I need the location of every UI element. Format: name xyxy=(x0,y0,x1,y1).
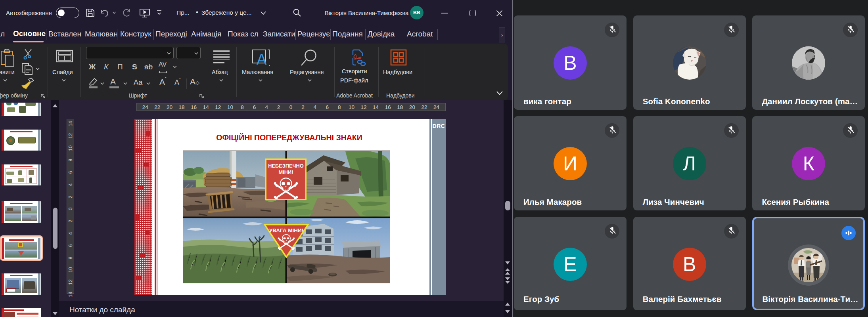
svg-text:УВАГА МІНИ!: УВАГА МІНИ! xyxy=(269,227,303,233)
svg-text:A: A xyxy=(257,51,267,66)
